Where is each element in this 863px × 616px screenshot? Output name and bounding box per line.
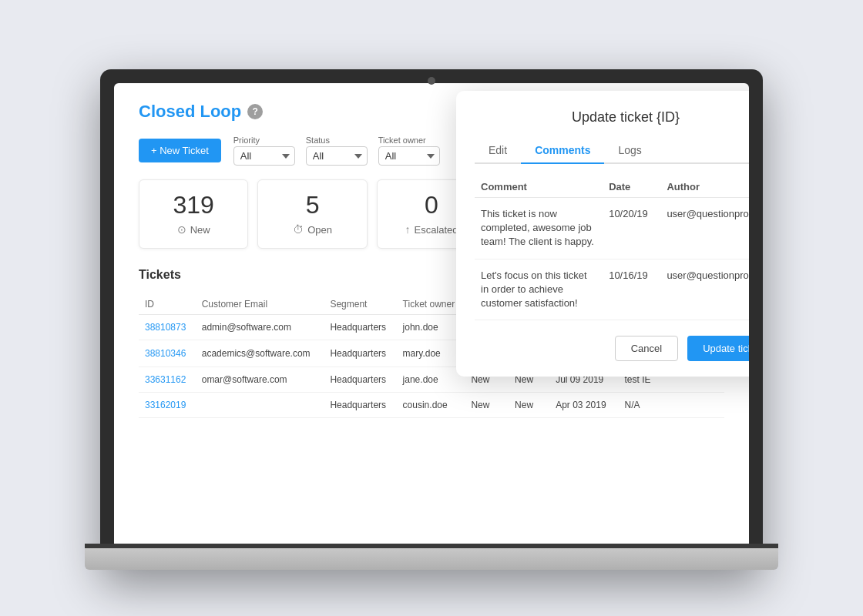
email-cell: admin@software.com — [196, 315, 324, 340]
email-cell: academics@software.com — [196, 340, 324, 367]
comment-row: Let's focus on this ticket in order to a… — [475, 259, 749, 320]
modal-title: Update ticket {ID} — [475, 109, 749, 126]
priority-select[interactable]: All — [233, 146, 295, 166]
table-column-header: Ticket owner — [397, 294, 465, 315]
tab-edit[interactable]: Edit — [475, 138, 521, 164]
webcam — [428, 77, 435, 85]
stat-icon: ↑ — [405, 223, 410, 236]
ticket-owner-label: Ticket owner — [378, 136, 440, 145]
modal-actions: Cancel Update ticket — [475, 336, 749, 361]
stat-icon: ⊙ — [177, 223, 186, 236]
ticket-id-link[interactable]: 33162019 — [145, 400, 186, 410]
tab-comments[interactable]: Comments — [521, 138, 604, 164]
status-filter: Status All — [306, 136, 368, 166]
ticket-id-link[interactable]: 38810873 — [145, 322, 186, 333]
comment-author: user@questionpro.com — [660, 198, 749, 259]
comment-row: This ticket is now completed, awesome jo… — [475, 198, 749, 259]
page-title: Closed Loop — [139, 102, 241, 122]
stat-number: 319 — [152, 192, 235, 217]
help-icon[interactable]: ? — [247, 104, 263, 119]
owner-cell: mary.doe — [397, 340, 465, 367]
status-cell: New — [509, 393, 549, 418]
segment-cell: Headquarters — [324, 367, 396, 393]
comments-cell: N/A — [618, 393, 724, 418]
comment-column-header: Comment — [475, 176, 603, 198]
comment-text: This ticket is now completed, awesome jo… — [475, 198, 603, 259]
ticket-id-cell[interactable]: 38810873 — [139, 315, 196, 340]
table-row: 33162019Headquarterscousin.doeNewNewApr … — [139, 393, 724, 418]
ticket-id-link[interactable]: 33631162 — [145, 374, 186, 385]
priority-filter: Priority All — [233, 136, 295, 166]
stat-card: 5 ⏱ Open — [257, 179, 367, 249]
owner-cell: john.doe — [397, 315, 465, 340]
segment-cell: Headquarters — [324, 393, 396, 418]
table-column-header: Segment — [324, 294, 396, 315]
stat-icon: ⏱ — [293, 223, 304, 236]
comments-table: CommentDateAuthor This ticket is now com… — [475, 176, 749, 320]
modal-tabs: EditCommentsLogs — [475, 138, 749, 164]
comment-date: 10/16/19 — [603, 259, 660, 320]
comment-date: 10/20/19 — [603, 198, 660, 259]
laptop-base — [85, 548, 778, 570]
table-column-header: ID — [139, 294, 196, 315]
ticket-id-cell[interactable]: 33631162 — [139, 367, 196, 393]
comment-author: user@questionpro.com — [660, 259, 749, 320]
owner-select[interactable]: All — [378, 146, 440, 166]
tab-logs[interactable]: Logs — [604, 138, 655, 164]
tickets-title: Tickets — [139, 268, 181, 282]
new-ticket-button[interactable]: + New Ticket — [139, 139, 221, 162]
segment-cell: Headquarters — [324, 315, 396, 340]
stat-card: 319 ⊙ New — [139, 179, 248, 249]
email-cell — [196, 393, 324, 418]
update-ticket-modal: Update ticket {ID} EditCommentsLogs Comm… — [456, 91, 749, 377]
filter-group: Priority All Status All Tick — [233, 136, 440, 166]
stat-number: 5 — [270, 192, 354, 217]
ticket-id-link[interactable]: 38810346 — [145, 348, 186, 359]
status-select[interactable]: All — [306, 146, 368, 166]
priority-cell: New — [465, 393, 509, 418]
priority-label: Priority — [233, 136, 295, 145]
comment-column-header: Author — [660, 176, 749, 198]
ticket-id-cell[interactable]: 38810346 — [139, 340, 196, 367]
comments-body: This ticket is now completed, awesome jo… — [475, 198, 749, 320]
owner-cell: jane.doe — [397, 367, 465, 393]
table-column-header: Customer Email — [196, 294, 324, 315]
cancel-button[interactable]: Cancel — [615, 336, 678, 361]
reported-cell: Apr 03 2019 — [549, 393, 618, 418]
email-cell: omar@software.com — [196, 367, 324, 393]
owner-filter: Ticket owner All — [378, 136, 440, 166]
segment-cell: Headquarters — [324, 340, 396, 367]
stat-label: ⊙ New — [152, 223, 235, 236]
ticket-id-cell[interactable]: 33162019 — [139, 393, 196, 418]
owner-cell: cousin.doe — [397, 393, 465, 418]
comment-column-header: Date — [603, 176, 660, 198]
stat-label: ⏱ Open — [270, 223, 354, 236]
status-label: Status — [306, 136, 368, 145]
update-ticket-button[interactable]: Update ticket — [687, 336, 749, 361]
comment-text: Let's focus on this ticket in order to a… — [475, 259, 603, 320]
comments-header: CommentDateAuthor — [475, 176, 749, 198]
